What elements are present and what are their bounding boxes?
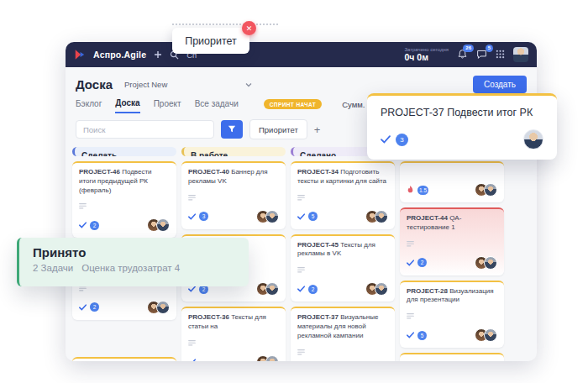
accepted-meta: 2 ЗадачиОценка трудозатрат 4 bbox=[33, 263, 235, 273]
task-card-project-34[interactable]: PROJECT-34 Подготовить тексты и картинки… bbox=[291, 161, 395, 229]
column-3: Сделано1 ЗадачаОценка трудозатратPROJECT… bbox=[291, 147, 395, 361]
task-card-project-45[interactable]: PROJECT-45 Тексты для рекламы в VK2 bbox=[291, 234, 395, 302]
dragged-chip-label: Приоритет bbox=[185, 35, 237, 47]
apps-grid-icon[interactable] bbox=[496, 50, 505, 59]
assignee-avatars bbox=[260, 282, 279, 296]
task-title: PROJECT-40 Баннер для рекламы VK bbox=[188, 168, 279, 186]
task-footer: 5 bbox=[297, 210, 388, 223]
points-badge: 2 bbox=[308, 285, 318, 294]
floating-task-card[interactable]: PROJECT-37 Подвести итог РК 3 bbox=[367, 93, 557, 160]
avatar bbox=[156, 218, 170, 232]
create-button[interactable]: Создать bbox=[473, 76, 527, 93]
task-card-project-37[interactable]: PROJECT-37 Визуальные материалы для ново… bbox=[291, 307, 395, 361]
assignee-avatars bbox=[260, 355, 279, 361]
filter-button[interactable] bbox=[221, 120, 243, 139]
tab-доска[interactable]: Доска bbox=[115, 98, 139, 113]
messages-badge: 5 bbox=[486, 45, 493, 52]
stage: Аспро.Agile Сп Затрачено сегодня 0ч 0м 2… bbox=[0, 0, 588, 383]
tab-все-задачи[interactable]: Все задачи bbox=[195, 99, 239, 113]
column-header[interactable]: Сделать2 ЗадачиОценка трудозатрат 4 bbox=[72, 147, 176, 156]
column-title: В работе bbox=[191, 151, 279, 156]
description-icon bbox=[407, 313, 414, 319]
task-card-project-48[interactable]: PROJECT-48 Подвести итоги РК2 bbox=[72, 357, 176, 361]
column-cards: 1.5PROJECT-44 QA-тестирование 12PROJECT-… bbox=[400, 161, 504, 361]
funnel-icon bbox=[228, 125, 236, 134]
time-tracker[interactable]: Затрачено сегодня 0ч 0м bbox=[404, 47, 449, 63]
points-badge: 5 bbox=[417, 331, 427, 340]
remove-filter-button[interactable]: ✕ bbox=[242, 21, 256, 35]
time-tracker-label: Затрачено сегодня bbox=[404, 47, 449, 53]
checkmark-icon bbox=[188, 286, 196, 292]
task-card-project-28[interactable]: PROJECT-28 Визуализация для презентации5 bbox=[400, 281, 504, 349]
task-card-project-19[interactable]: PROJECT-19 Тексты для рекламы VK5 bbox=[400, 353, 504, 361]
points-badge: 3 bbox=[199, 212, 208, 221]
assignee-avatars bbox=[479, 183, 497, 197]
task-card-project-40[interactable]: PROJECT-40 Баннер для рекламы VK3 bbox=[181, 161, 286, 229]
tab-проект[interactable]: Проект bbox=[154, 99, 181, 113]
tab-бэклог[interactable]: Бэклог bbox=[76, 99, 102, 113]
accepted-title: Принято bbox=[33, 245, 235, 260]
floating-task-title: PROJECT-37 Подвести итог РК bbox=[381, 107, 543, 118]
time-tracker-value: 0ч 0м bbox=[404, 52, 449, 62]
assignee-avatars bbox=[260, 210, 279, 223]
avatar bbox=[484, 256, 497, 270]
app-window: Аспро.Agile Сп Затрачено сегодня 0ч 0м 2… bbox=[66, 42, 537, 361]
task-title: PROJECT-36 Тексты для статьи на bbox=[188, 313, 279, 332]
assignee-avatars bbox=[151, 218, 170, 232]
description-icon bbox=[407, 241, 414, 247]
topbar: Аспро.Agile Сп Затрачено сегодня 0ч 0м 2… bbox=[66, 42, 537, 67]
assignee-avatars bbox=[479, 256, 497, 270]
assignee-avatars bbox=[151, 301, 170, 314]
description-icon bbox=[188, 340, 196, 346]
task-footer: 2 bbox=[79, 301, 170, 314]
chat-icon bbox=[476, 49, 487, 60]
points-badge: 2 bbox=[90, 221, 99, 230]
column-4: Принято2 ЗадачиОценка трудозатрат 41.5PR… bbox=[400, 147, 504, 361]
avatar bbox=[484, 183, 497, 197]
points-badge: 5 bbox=[308, 212, 318, 221]
avatar bbox=[265, 355, 279, 361]
task-card[interactable]: 1.5 bbox=[400, 161, 504, 202]
app-logo-icon bbox=[74, 49, 86, 60]
task-card-project-36[interactable]: PROJECT-36 Тексты для статьи на bbox=[181, 307, 286, 361]
filter-chip-priority[interactable]: Приоритет bbox=[249, 119, 307, 139]
task-title: PROJECT-45 Тексты для рекламы в VK bbox=[297, 241, 388, 260]
dragged-priority-chip[interactable]: Приоритет ✕ bbox=[172, 28, 249, 54]
accepted-effort: Оценка трудозатрат 4 bbox=[81, 263, 180, 273]
messages-button[interactable]: 5 bbox=[476, 49, 487, 60]
overdue-flame-icon bbox=[407, 186, 414, 194]
checkmark-icon bbox=[381, 135, 391, 144]
add-icon[interactable] bbox=[154, 50, 162, 59]
checkmark-icon bbox=[407, 260, 414, 266]
checkmark-icon bbox=[407, 332, 414, 338]
checkmark-icon bbox=[188, 359, 196, 361]
task-card-project-46[interactable]: PROJECT-46 Подвести итоги предыдущей РК … bbox=[72, 161, 176, 238]
task-footer bbox=[188, 355, 279, 361]
avatar bbox=[375, 210, 388, 223]
checkmark-icon bbox=[297, 213, 305, 220]
notifications-badge: 26 bbox=[463, 45, 474, 52]
description-icon bbox=[297, 195, 305, 201]
accepted-column-ghost[interactable]: Принято 2 ЗадачиОценка трудозатрат 4 bbox=[17, 238, 249, 286]
project-selector[interactable]: Project New bbox=[124, 80, 252, 89]
search-input[interactable] bbox=[76, 120, 214, 139]
user-avatar[interactable] bbox=[513, 47, 528, 62]
task-card-project-44[interactable]: PROJECT-44 QA-тестирование 12 bbox=[400, 207, 504, 275]
description-icon bbox=[297, 349, 305, 355]
task-footer: 2 bbox=[79, 218, 170, 232]
description-icon bbox=[297, 267, 305, 273]
assignee-avatar bbox=[523, 129, 543, 150]
task-title: PROJECT-37 Визуальные материалы для ново… bbox=[297, 313, 388, 340]
column-header[interactable]: В работе1 ЗадачаОценка трудозатрат 3 bbox=[181, 147, 286, 156]
page-header: Доска Project New Создать bbox=[66, 67, 537, 97]
notifications-button[interactable]: 26 bbox=[457, 49, 468, 60]
description-icon bbox=[79, 203, 87, 209]
project-name: Project New bbox=[124, 80, 167, 89]
task-title: PROJECT-28 Визуализация для презентации bbox=[407, 287, 497, 306]
assignee-avatars bbox=[370, 210, 388, 223]
add-filter-button[interactable]: + bbox=[314, 124, 321, 135]
task-title: PROJECT-19 Тексты для рекламы VK bbox=[407, 359, 497, 361]
avatar bbox=[265, 282, 279, 296]
chevron-down-icon bbox=[245, 82, 252, 87]
task-title: PROJECT-34 Подготовить тексты и картинки… bbox=[297, 168, 388, 186]
